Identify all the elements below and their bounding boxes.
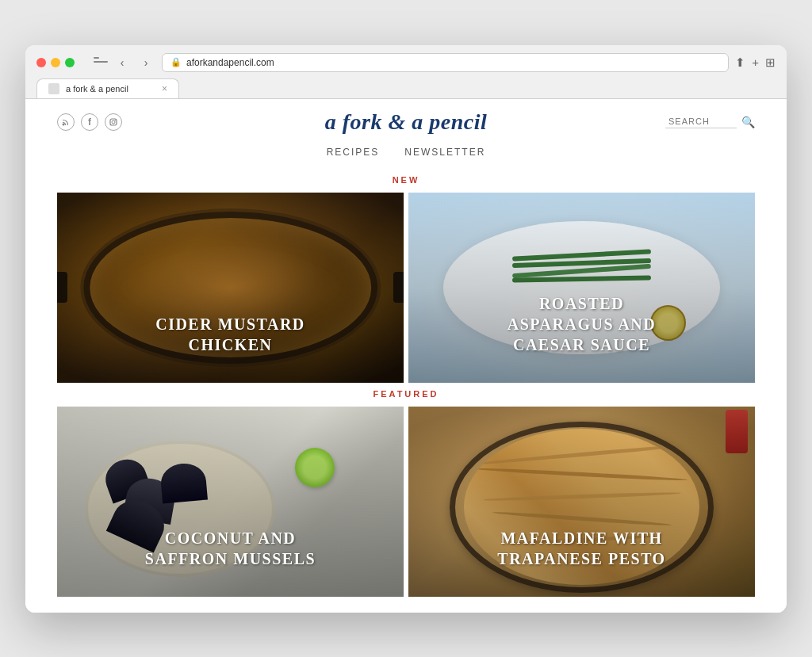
- pasta-title-overlay: MAFALDINE WITHTRAPANESE PESTO: [408, 407, 755, 597]
- site-nav: RECIPES NEWSLETTER: [25, 140, 787, 169]
- chicken-title: CIDER MUSTARDCHICKEN: [155, 314, 305, 367]
- recipe-card-mussels[interactable]: COCONUT ANDSAFFRON MUSSELS: [57, 407, 404, 597]
- chicken-title-overlay: CIDER MUSTARDCHICKEN: [57, 193, 404, 383]
- tab-title: a fork & a pencil: [66, 84, 128, 94]
- website-content: f a fork & a pencil 🔍 RECIPES NEWSLETTER…: [25, 99, 787, 613]
- minimize-button[interactable]: [51, 58, 60, 67]
- maximize-button[interactable]: [65, 58, 75, 67]
- featured-recipe-grid: COCONUT ANDSAFFRON MUSSELS: [25, 407, 787, 597]
- svg-point-0: [63, 123, 65, 125]
- new-recipe-grid: CIDER MUSTARDCHICKEN: [25, 193, 787, 383]
- svg-point-3: [115, 119, 116, 120]
- recipe-card-asparagus[interactable]: ROASTEDASPARAGUS ANDCAESAR SAUCE: [408, 193, 755, 383]
- forward-button[interactable]: ›: [136, 53, 155, 72]
- instagram-icon[interactable]: [105, 113, 122, 131]
- nav-newsletter[interactable]: NEWSLETTER: [404, 147, 485, 158]
- site-title: a fork & a pencil: [325, 109, 488, 135]
- browser-chrome: ‹ › 🔒 aforkandapencil.com ⬆ + ⊞ a fork &…: [25, 45, 787, 99]
- active-tab[interactable]: a fork & a pencil ×: [36, 78, 179, 98]
- tab-close-button[interactable]: ×: [162, 83, 167, 94]
- mussels-title: COCONUT ANDSAFFRON MUSSELS: [145, 528, 316, 581]
- new-tab-icon[interactable]: +: [752, 55, 759, 69]
- svg-point-2: [112, 120, 115, 124]
- security-icon: 🔒: [170, 57, 182, 67]
- close-button[interactable]: [36, 58, 46, 67]
- asparagus-title-overlay: ROASTEDASPARAGUS ANDCAESAR SAUCE: [408, 193, 755, 383]
- recipe-card-pasta[interactable]: MAFALDINE WITHTRAPANESE PESTO: [408, 407, 755, 597]
- browser-actions: ⬆ + ⊞: [735, 55, 776, 70]
- facebook-icon[interactable]: f: [81, 113, 98, 131]
- social-icons: f: [57, 113, 122, 131]
- address-bar[interactable]: 🔒 aforkandapencil.com: [162, 53, 729, 72]
- url-text: aforkandapencil.com: [186, 57, 274, 68]
- asparagus-title: ROASTEDASPARAGUS ANDCAESAR SAUCE: [508, 293, 656, 367]
- content-wrapper: NEW CIDER MUSTARDCHICKEN: [25, 169, 787, 613]
- browser-nav: ‹ ›: [90, 53, 155, 72]
- pasta-title: MAFALDINE WITHTRAPANESE PESTO: [497, 528, 665, 581]
- tab-favicon: [48, 83, 59, 94]
- rss-icon[interactable]: [57, 113, 75, 131]
- grid-icon[interactable]: ⊞: [765, 55, 776, 70]
- search-area: 🔍: [665, 115, 755, 128]
- back-button[interactable]: ‹: [113, 53, 132, 72]
- tab-bar: a fork & a pencil ×: [36, 78, 776, 98]
- featured-section-label: FEATURED: [25, 383, 787, 407]
- site-header: f a fork & a pencil 🔍: [25, 99, 787, 140]
- nav-recipes[interactable]: RECIPES: [327, 147, 380, 158]
- sidebar-toggle-icon[interactable]: [94, 57, 108, 68]
- new-section-label: NEW: [25, 169, 787, 193]
- share-icon[interactable]: ⬆: [735, 55, 745, 70]
- browser-window: ‹ › 🔒 aforkandapencil.com ⬆ + ⊞ a fork &…: [25, 45, 787, 613]
- mussels-title-overlay: COCONUT ANDSAFFRON MUSSELS: [57, 407, 404, 597]
- recipe-card-chicken[interactable]: CIDER MUSTARDCHICKEN: [57, 193, 404, 383]
- search-icon[interactable]: 🔍: [741, 116, 755, 128]
- traffic-lights: [36, 58, 75, 67]
- search-input[interactable]: [665, 115, 737, 128]
